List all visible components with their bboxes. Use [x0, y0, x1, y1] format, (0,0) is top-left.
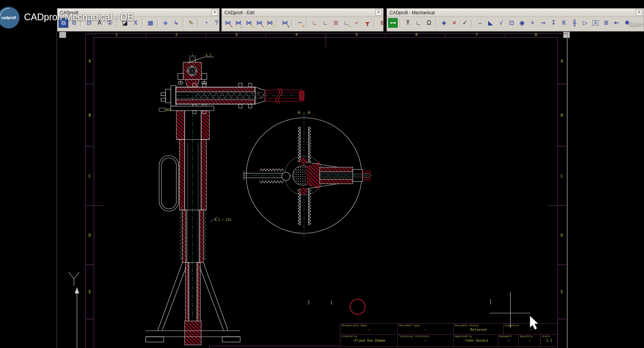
svg-text:2: 2 [175, 32, 178, 37]
rotate-symbol-icon[interactable]: ⋈↻ [244, 18, 254, 28]
title-block-cell: Document type — [398, 324, 453, 334]
title-block-cell: Scale 1:1 [541, 334, 557, 346]
fillet-icon[interactable]: ⌣ [475, 18, 485, 28]
svg-text:4,5 / 234: 4,5 / 234 [215, 218, 231, 222]
toolbar-separator [472, 19, 473, 27]
close-icon[interactable]: × [636, 9, 642, 16]
section-layers-icon[interactable]: ≣ [601, 18, 611, 28]
arrow-symbol-icon[interactable]: ▷ [580, 18, 590, 28]
zoom-detail-icon[interactable]: ◉ [517, 18, 527, 28]
surface-finish-symbol [69, 272, 79, 286]
section-view-a-a: A - A [244, 110, 372, 240]
svg-text:8: 8 [535, 32, 537, 37]
mechanical-library-icon[interactable]: ⊶ [388, 18, 398, 28]
drawing-canvas[interactable]: 1 2 3 4 5 6 7 8 A B C D E A B C D E [0, 0, 644, 348]
svg-text:6,3: 6,3 [206, 54, 211, 57]
vessels-icon[interactable]: Ω [424, 18, 434, 28]
title-block-cell: Responsible dept. — [340, 324, 398, 334]
toolbar-separator [374, 19, 376, 27]
toolbar-separator [400, 19, 401, 27]
toolbar-cadprofi-mechanical: CADprofi - Mechanical × ⊶Ŧ∟Ω◈≠✓⌣◣√⊡◉⌖⊸↧K… [387, 8, 644, 32]
edit-symbol-icon[interactable]: ⋈✎ [223, 18, 233, 28]
svg-text:C: C [89, 174, 91, 178]
toolbar-title: CADprofi - Edit [224, 10, 254, 15]
specification-table-icon[interactable]: ▦ [146, 18, 155, 28]
toolbar-icon-row: ⊶Ŧ∟Ω◈≠✓⌣◣√⊡◉⌖⊸↧K╫▷A≣⇤✱ [387, 17, 644, 29]
title-block-cell: Created by —Claud Van Damme [340, 334, 398, 346]
roughness-icon[interactable]: √ [496, 18, 506, 28]
watch-later-label[interactable]: Späte [628, 20, 643, 27]
isometry-icon[interactable]: ⊠ [331, 18, 341, 28]
text-frame-icon[interactable]: A [591, 18, 600, 28]
toolbar-titlebar[interactable]: CADprofi - Edit × [222, 9, 383, 17]
pipe-elbow-blue-icon[interactable]: ∟ [320, 18, 330, 28]
svg-text:B: B [561, 113, 563, 118]
arc-tools-icon[interactable]: ◔ [201, 18, 211, 28]
window-chrome [57, 32, 570, 348]
edit-line-icon[interactable]: ╌✎ [295, 18, 305, 28]
datum-point-icon[interactable]: ⌖ [528, 18, 537, 28]
channel-logo-text: cadprofi [1, 16, 16, 20]
title-block-cell: Quantity — [519, 334, 541, 346]
svg-text:B: B [89, 113, 91, 118]
toolbar-separator [307, 19, 308, 27]
screws-icon[interactable]: Ŧ [403, 18, 413, 28]
edit-pipe-icon[interactable]: ∟✎ [342, 18, 351, 28]
toolbar-separator [183, 19, 184, 27]
ground-symbol-icon[interactable]: ↧ [549, 18, 558, 28]
profiles-icon[interactable]: ∟ [414, 18, 423, 28]
symbols-diamond-icon[interactable]: ◈ [439, 18, 449, 28]
axis-symbol-icon[interactable]: ⊸ [538, 18, 548, 28]
jack-front-view: Ø30 6,3 4,5 / 234 [146, 52, 305, 345]
svg-text:E: E [561, 290, 563, 294]
svg-text:D: D [89, 233, 91, 238]
tolerance-frame-icon[interactable]: ≠ [450, 18, 459, 28]
edit-attributes-icon[interactable]: ✎ [186, 18, 196, 28]
title-block-cell: Kennwert — [498, 334, 519, 346]
title-block-cell: Approved by —John Goodca [454, 334, 498, 346]
delete-symbol-icon[interactable]: ⋈ϟ [265, 18, 275, 28]
svg-text:D: D [561, 233, 563, 238]
quick-edit-symbol-icon[interactable]: ⋈✎ [254, 18, 264, 28]
svg-text:1: 1 [115, 32, 118, 37]
symbol-hammer-icon[interactable]: ⋈↯ [280, 18, 290, 28]
mirror-symbol-icon[interactable]: ⋈↔ [233, 18, 243, 28]
toolbar-separator [436, 19, 437, 27]
chamfer-icon[interactable]: ◣ [486, 18, 495, 28]
close-icon[interactable]: × [211, 9, 218, 16]
svg-text:A: A [89, 58, 91, 63]
jack-hatched-parts [176, 62, 255, 345]
frame-labels: 1 2 3 4 5 6 7 8 A B C D E A B C D E [89, 32, 563, 294]
svg-text:5: 5 [355, 32, 358, 37]
svg-text:3: 3 [235, 32, 238, 37]
svg-text:C: C [561, 174, 563, 178]
sheet-frame [86, 34, 567, 348]
pipe-elbow-red-icon[interactable]: ∟ [310, 18, 320, 28]
title-block-cell: Technical reference — [398, 334, 453, 346]
break-line-icon[interactable]: ⇤ [612, 18, 621, 28]
pipe-bend-icon[interactable]: ⌐ [352, 18, 362, 28]
leader-arrow-icon[interactable]: ↳ [171, 18, 181, 28]
dimension-box-icon[interactable]: ⊡ [507, 18, 516, 28]
toolbar-separator [198, 19, 199, 27]
taper-symbol-icon[interactable]: K [559, 18, 569, 28]
toolbar-cadprofi-edit: CADprofi - Edit × ⋈✎⋈↔⋈↻⋈✎⋈ϟ⋈↯╌✎∟∟⊠∟✎⌐┳≣ [221, 8, 384, 32]
title-block-row-1: Responsible dept. — Document type — Docu… [340, 324, 557, 334]
pipe-tee-icon[interactable]: ┳ [363, 18, 372, 28]
toolbar-separator [157, 19, 159, 27]
svg-text:4: 4 [295, 32, 298, 37]
svg-text:A: A [561, 58, 563, 63]
red-marker-circle [350, 299, 365, 314]
surface-check-icon[interactable]: ✓ [460, 18, 470, 28]
help-icon[interactable]: ? [212, 18, 220, 28]
title-block-row-2: Created by —Claud Van Damme Technical re… [340, 334, 557, 346]
toolbar-titlebar[interactable]: CADprofi - Mechanical × [387, 9, 644, 17]
dim-break-icon[interactable]: ╫ [570, 18, 579, 28]
symbol-info-icon[interactable]: ◈ [161, 18, 170, 28]
close-icon[interactable]: × [375, 9, 382, 16]
svg-text:Ø30: Ø30 [166, 108, 172, 112]
toolbar-separator [142, 19, 144, 27]
leader-arrow [75, 288, 79, 348]
scheme-list-icon[interactable]: ≣ [378, 18, 384, 28]
video-title: CADprofi Mechanical - DE [24, 12, 134, 22]
